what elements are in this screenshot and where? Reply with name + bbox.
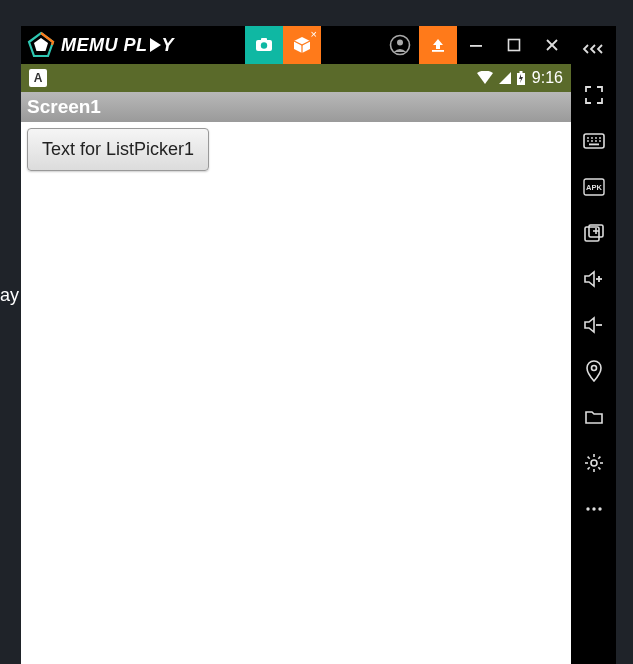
svg-marker-38 bbox=[585, 318, 594, 332]
play-triangle-icon bbox=[150, 38, 161, 52]
window-controls bbox=[381, 26, 571, 64]
svg-rect-31 bbox=[585, 227, 599, 241]
screen-title-bar: Screen1 bbox=[21, 92, 571, 122]
app-content-area: Text for ListPicker1 bbox=[21, 122, 571, 664]
svg-rect-10 bbox=[432, 50, 444, 52]
svg-point-22 bbox=[595, 137, 597, 139]
add-frame-icon bbox=[584, 224, 604, 242]
close-icon bbox=[545, 38, 559, 52]
brand-logo[interactable]: MEMU PLY bbox=[21, 31, 174, 59]
svg-rect-5 bbox=[261, 38, 267, 41]
more-button[interactable] bbox=[571, 486, 616, 532]
profile-button[interactable] bbox=[381, 26, 419, 64]
svg-point-52 bbox=[598, 507, 601, 510]
svg-line-46 bbox=[587, 457, 589, 459]
volume-up-icon bbox=[583, 270, 605, 288]
upload-icon bbox=[429, 36, 447, 54]
svg-text:APK: APK bbox=[586, 183, 602, 192]
tab-bar: × bbox=[245, 26, 321, 64]
svg-point-51 bbox=[592, 507, 595, 510]
volume-down-button[interactable] bbox=[571, 302, 616, 348]
svg-rect-17 bbox=[519, 71, 522, 73]
svg-marker-2 bbox=[34, 38, 48, 51]
svg-rect-12 bbox=[509, 40, 520, 51]
brand-text: MEMU PLY bbox=[61, 35, 174, 56]
upload-button[interactable] bbox=[419, 26, 457, 64]
camera-icon bbox=[254, 35, 274, 55]
statusbar-app-icon: A bbox=[29, 69, 47, 87]
svg-rect-11 bbox=[470, 45, 482, 47]
statusbar-time: 9:16 bbox=[532, 69, 563, 87]
location-icon bbox=[585, 360, 603, 382]
folder-icon bbox=[584, 409, 604, 425]
location-button[interactable] bbox=[571, 348, 616, 394]
tab-close-icon[interactable]: × bbox=[311, 28, 317, 40]
keyboard-button[interactable] bbox=[571, 118, 616, 164]
more-icon bbox=[584, 505, 604, 513]
svg-point-4 bbox=[261, 42, 267, 48]
main-column: MEMU PLY × bbox=[21, 26, 571, 664]
svg-point-26 bbox=[595, 140, 597, 142]
svg-point-27 bbox=[599, 140, 601, 142]
svg-point-40 bbox=[591, 366, 596, 371]
svg-point-9 bbox=[397, 40, 403, 46]
fullscreen-icon bbox=[584, 85, 604, 105]
add-instance-button[interactable] bbox=[571, 210, 616, 256]
maximize-button[interactable] bbox=[495, 26, 533, 64]
profile-icon bbox=[389, 34, 411, 56]
svg-line-49 bbox=[598, 457, 600, 459]
fullscreen-button[interactable] bbox=[571, 72, 616, 118]
logo-pentagon-icon bbox=[27, 31, 55, 59]
collapse-toolbar-button[interactable] bbox=[571, 26, 616, 72]
svg-point-21 bbox=[591, 137, 593, 139]
svg-point-25 bbox=[591, 140, 593, 142]
signal-icon bbox=[498, 71, 512, 85]
collapse-chevrons-icon bbox=[582, 42, 606, 56]
svg-point-41 bbox=[591, 460, 597, 466]
apk-icon: APK bbox=[583, 178, 605, 196]
svg-marker-15 bbox=[499, 72, 511, 84]
cube-icon bbox=[292, 35, 312, 55]
svg-line-48 bbox=[587, 467, 589, 469]
svg-point-24 bbox=[587, 140, 589, 142]
svg-point-23 bbox=[599, 137, 601, 139]
android-statusbar: A 9:16 bbox=[21, 64, 571, 92]
minimize-button[interactable] bbox=[457, 26, 495, 64]
volume-down-icon bbox=[583, 316, 605, 334]
battery-icon bbox=[516, 71, 526, 86]
tab-app-2[interactable]: × bbox=[283, 26, 321, 64]
maximize-icon bbox=[507, 38, 521, 52]
emulator-window: MEMU PLY × bbox=[21, 26, 616, 664]
keyboard-icon bbox=[583, 133, 605, 149]
screen-title: Screen1 bbox=[27, 96, 101, 118]
apk-install-button[interactable]: APK bbox=[571, 164, 616, 210]
svg-rect-28 bbox=[589, 144, 599, 146]
svg-point-50 bbox=[586, 507, 589, 510]
svg-marker-35 bbox=[585, 272, 594, 286]
list-picker-label: Text for ListPicker1 bbox=[42, 139, 194, 159]
settings-icon bbox=[584, 453, 604, 473]
side-toolbar: APK bbox=[571, 26, 616, 664]
settings-button[interactable] bbox=[571, 440, 616, 486]
minimize-icon bbox=[469, 38, 483, 52]
titlebar: MEMU PLY × bbox=[21, 26, 571, 64]
svg-point-20 bbox=[587, 137, 589, 139]
svg-rect-19 bbox=[584, 134, 604, 148]
wifi-icon bbox=[476, 71, 494, 85]
tab-app-1[interactable] bbox=[245, 26, 283, 64]
close-button[interactable] bbox=[533, 26, 571, 64]
volume-up-button[interactable] bbox=[571, 256, 616, 302]
svg-line-47 bbox=[598, 467, 600, 469]
background-partial-text: ay bbox=[0, 285, 19, 306]
folder-button[interactable] bbox=[571, 394, 616, 440]
list-picker-button[interactable]: Text for ListPicker1 bbox=[27, 128, 209, 171]
